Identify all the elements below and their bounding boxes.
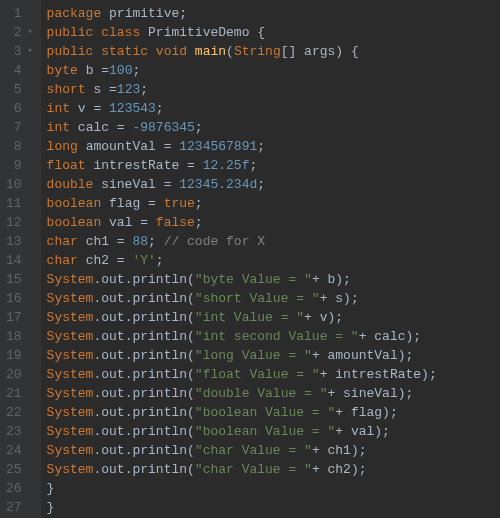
- line-number: 21: [6, 384, 33, 403]
- token-str: "double Value = ": [195, 386, 328, 401]
- token-txt: .out.println(: [93, 329, 194, 344]
- code-line[interactable]: boolean flag = true;: [47, 194, 437, 213]
- token-txt: .out.println(: [93, 462, 194, 477]
- code-line[interactable]: System.out.println("boolean Value = "+ v…: [47, 422, 437, 441]
- token-num: 123: [117, 82, 140, 97]
- token-str: "char Value = ": [195, 443, 312, 458]
- token-txt: + amountVal);: [312, 348, 413, 363]
- token-num: 123543: [109, 101, 156, 116]
- code-line[interactable]: System.out.println("long Value = "+ amou…: [47, 346, 437, 365]
- line-number: 11: [6, 194, 33, 213]
- code-line[interactable]: System.out.println("byte Value = "+ b);: [47, 270, 437, 289]
- token-txt: .out.println(: [93, 272, 194, 287]
- line-number: 16: [6, 289, 33, 308]
- line-number: 10: [6, 175, 33, 194]
- token-txt: b =: [86, 63, 109, 78]
- line-number: 4: [6, 61, 33, 80]
- fold-icon[interactable]: ▾: [25, 23, 33, 42]
- token-kw: boolean: [47, 215, 109, 230]
- code-line[interactable]: }: [47, 498, 437, 517]
- fold-icon[interactable]: ▾: [25, 42, 33, 61]
- code-line[interactable]: System.out.println("int Value = "+ v);: [47, 308, 437, 327]
- code-line[interactable]: System.out.println("char Value = "+ ch2)…: [47, 460, 437, 479]
- token-txt: .out.println(: [93, 310, 194, 325]
- token-fn: main: [195, 44, 226, 59]
- code-line[interactable]: public static void main(String[] args) {: [47, 42, 437, 61]
- token-txt: ch1 =: [86, 234, 133, 249]
- line-number: 24: [6, 441, 33, 460]
- token-kw: byte: [47, 63, 86, 78]
- token-txt: s =: [93, 82, 116, 97]
- code-line[interactable]: }: [47, 479, 437, 498]
- token-num: 100: [109, 63, 132, 78]
- token-kw: true: [164, 196, 195, 211]
- token-txt: ;: [195, 120, 203, 135]
- token-txt: ;: [195, 196, 203, 211]
- token-txt: ;: [195, 215, 203, 230]
- token-txt: + b);: [312, 272, 351, 287]
- token-sysr: System: [47, 291, 94, 306]
- token-kw: boolean: [47, 196, 109, 211]
- token-txt: amountVal =: [86, 139, 180, 154]
- code-line[interactable]: char ch1 = 88; // code for X: [47, 232, 437, 251]
- code-line[interactable]: double sineVal = 12345.234d;: [47, 175, 437, 194]
- line-number: 7: [6, 118, 33, 137]
- code-line[interactable]: System.out.println("char Value = "+ ch1)…: [47, 441, 437, 460]
- token-sysr: System: [47, 424, 94, 439]
- token-txt: primitive;: [109, 6, 187, 21]
- code-line[interactable]: public class PrimitiveDemo {: [47, 23, 437, 42]
- line-number: 14: [6, 251, 33, 270]
- code-line[interactable]: long amountVal = 1234567891;: [47, 137, 437, 156]
- token-str: "boolean Value = ": [195, 424, 335, 439]
- token-txt: [] args) {: [281, 44, 359, 59]
- token-txt: intrestRate =: [93, 158, 202, 173]
- token-txt: .out.println(: [93, 386, 194, 401]
- token-str: 'Y': [132, 253, 155, 268]
- token-txt: val =: [109, 215, 156, 230]
- line-number: 12: [6, 213, 33, 232]
- token-sysr: System: [47, 348, 94, 363]
- line-number: 5: [6, 80, 33, 99]
- gutter: 12▾3▾45678910111213141516171819202122232…: [0, 0, 41, 518]
- code-line[interactable]: System.out.println("boolean Value = "+ f…: [47, 403, 437, 422]
- code-line[interactable]: int v = 123543;: [47, 99, 437, 118]
- token-txt: ;: [148, 234, 164, 249]
- token-kw: char: [47, 253, 86, 268]
- token-kw: package: [47, 6, 109, 21]
- code-line[interactable]: int calc = -9876345;: [47, 118, 437, 137]
- token-str: "float Value = ": [195, 367, 320, 382]
- code-line[interactable]: byte b =100;: [47, 61, 437, 80]
- token-sysr: System: [47, 462, 94, 477]
- code-line[interactable]: char ch2 = 'Y';: [47, 251, 437, 270]
- token-com: // code for X: [164, 234, 265, 249]
- code-line[interactable]: float intrestRate = 12.25f;: [47, 156, 437, 175]
- token-sysr: System: [47, 329, 94, 344]
- token-sysr: System: [47, 310, 94, 325]
- token-num: 1234567891: [179, 139, 257, 154]
- code-area[interactable]: package primitive;public class Primitive…: [41, 0, 437, 518]
- token-sysr: System: [47, 367, 94, 382]
- token-sysr: System: [47, 443, 94, 458]
- token-txt: .out.println(: [93, 424, 194, 439]
- line-number: 1: [6, 4, 33, 23]
- code-line[interactable]: short s =123;: [47, 80, 437, 99]
- code-line[interactable]: System.out.println("int second Value = "…: [47, 327, 437, 346]
- token-num: 12345.234d: [179, 177, 257, 192]
- code-line[interactable]: System.out.println("short Value = "+ s);: [47, 289, 437, 308]
- token-txt: .out.println(: [93, 348, 194, 363]
- code-line[interactable]: System.out.println("double Value = "+ si…: [47, 384, 437, 403]
- token-txt: }: [47, 500, 55, 515]
- code-line[interactable]: System.out.println("float Value = "+ int…: [47, 365, 437, 384]
- token-kw: int: [47, 120, 78, 135]
- token-txt: ;: [140, 82, 148, 97]
- token-txt: + ch2);: [312, 462, 367, 477]
- code-line[interactable]: package primitive;: [47, 4, 437, 23]
- token-txt: .out.println(: [93, 443, 194, 458]
- token-kw: char: [47, 234, 86, 249]
- token-kw: float: [47, 158, 94, 173]
- line-number: 27: [6, 498, 33, 517]
- code-editor[interactable]: 12▾3▾45678910111213141516171819202122232…: [0, 0, 500, 518]
- token-str: "int Value = ": [195, 310, 304, 325]
- token-txt: }: [47, 481, 55, 496]
- code-line[interactable]: boolean val = false;: [47, 213, 437, 232]
